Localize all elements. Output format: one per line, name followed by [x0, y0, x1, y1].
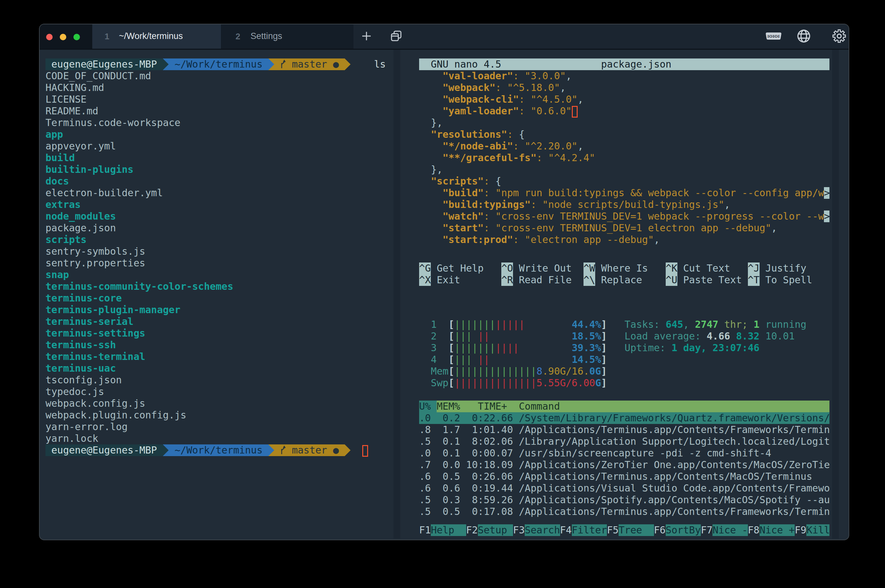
terminal-line: Terminus.code-workspace [45, 117, 180, 129]
terminal-line: electron-builder.yml [45, 187, 163, 199]
terminal-line: GNU nano 4.5 package.json [419, 58, 830, 70]
terminal-line: ^G Get Help ^O Write Out ^W Where Is ^K … [419, 262, 830, 274]
terminal-line: 4 [||| || 14.5%] [419, 354, 607, 366]
terminal-line: terminus-plugin-manager [45, 304, 180, 316]
terminal-line: builtin-plugins [45, 164, 134, 176]
git-branch-icon [280, 58, 286, 70]
right-pane-scrollbar[interactable] [832, 50, 839, 538]
terminal-line: terminus-community-color-schemes [45, 280, 233, 292]
terminal-line: "yaml-loader": "0.6.0" [419, 105, 578, 117]
terminal-line: }, [419, 117, 442, 129]
terminal-line: .5 0.5 0:17.08 /Applications/Terminus.ap… [419, 506, 830, 518]
terminal-line: .8 1.7 1:01.40 /Applications/Terminus.ap… [419, 424, 830, 436]
terminal-line: terminus-settings [45, 327, 145, 339]
terminal-line: eugene@Eugenes-MBP ~/Work/terminus maste… [45, 58, 386, 70]
desktop-background: 1 ~/Work/terminus 2 Settings [0, 0, 885, 588]
terminal-line: terminus-ssh [45, 339, 116, 351]
terminal-line: U% MEM% TIME+ Command [419, 400, 830, 412]
terminal-line: package.json [45, 222, 116, 234]
terminal-line: webpack.plugin.config.js [45, 410, 186, 421]
terminal-line: "scripts": { [419, 176, 501, 187]
terminal-line: README.md [45, 105, 99, 117]
terminal-line: 2 [||| || 18.5%] Load average: 4.66 8.32… [419, 330, 795, 342]
git-branch-icon [280, 444, 286, 456]
terminal-line: .6 0.6 0:19.44 /Applications/Visual Stud… [419, 482, 830, 494]
terminal-line: build [45, 152, 75, 164]
terminal-line: Mem[||||||||||||||8.90G/16.0G] [419, 366, 607, 377]
terminal-line: terminus-core [45, 292, 122, 304]
terminal-line: app [45, 129, 63, 140]
terminal-line: eugene@Eugenes-MBP ~/Work/terminus maste… [45, 444, 368, 456]
terminal-line: "watch": "cross-env TERMINUS_DEV=1 webpa… [419, 210, 830, 222]
terminal-line: "webpack-cli": "^4.5.0", [419, 93, 584, 105]
terminal-line: .0 0.1 0:00.07 /usr/sbin/screencapture -… [419, 447, 771, 459]
terminal-line: sentry-symbols.js [45, 246, 145, 257]
terminal-line: typedoc.js [45, 386, 104, 398]
terminal-line: "resolutions": { [419, 129, 525, 140]
terminal-line: F1Help F2Setup F3SearchF4FilterF5Tree F6… [419, 524, 830, 536]
terminal-line: .5 0.3 8:59.26 /Applications/Spotify.app… [419, 494, 830, 506]
terminal-window: 1 ~/Work/terminus 2 Settings [40, 24, 849, 540]
terminal-line: snap [45, 269, 69, 280]
terminal-line: node_modules [45, 210, 116, 222]
terminal-line: terminus-terminal [45, 351, 145, 363]
terminal-line: "**/graceful-fs": "^4.2.4" [419, 152, 595, 164]
terminal-line: .6 0.5 0:26.06 /Applications/Terminus.ap… [419, 471, 812, 482]
terminal-line: "start": "cross-env TERMINUS_DEV=1 elect… [419, 222, 777, 234]
terminal-line: terminus-serial [45, 316, 134, 327]
terminal-line: Swp[||||||||||||||5.55G/6.00G] [419, 377, 607, 389]
terminal-line: LICENSE [45, 93, 86, 105]
terminal-cursor [572, 106, 578, 118]
terminal-line: yarn.lock [45, 433, 99, 444]
terminal-line: 3 [||||||||||| 39.3%] Uptime: 1 day, 23:… [419, 342, 760, 354]
terminal-line: .7 0.0 10:18.09 /Applications/ZeroTier O… [419, 459, 830, 471]
shell-terminal-pane[interactable]: eugene@Eugenes-MBP ~/Work/terminus maste… [40, 24, 393, 540]
terminal-line: sentry.properties [45, 257, 145, 269]
terminal-line: 1 [|||||||||||| 44.4%] Tasks: 645, 2747 … [419, 319, 806, 330]
terminal-line: "val-loader": "3.0.0", [419, 70, 572, 82]
terminal-line: terminus-uac [45, 363, 116, 374]
terminal-line: extras [45, 199, 81, 210]
terminal-line: }, [419, 164, 442, 176]
nano-htop-terminal-pane[interactable]: GNU nano 4.5 package.json "val-loader": … [413, 24, 830, 540]
terminal-line: appveyor.yml [45, 140, 116, 152]
terminal-cursor [362, 445, 368, 457]
left-pane-scrollbar[interactable] [393, 50, 400, 538]
terminal-line: tsconfig.json [45, 374, 122, 386]
terminal-line: "build:typings": "node scripts/build-typ… [419, 199, 730, 210]
terminal-line: "start:prod": "electron app --debug", [419, 234, 660, 246]
terminal-line: .0 0.2 0:22.66 /System/Library/Framework… [419, 412, 830, 424]
terminal-line: "*/node-abi": "^2.20.0", [419, 140, 584, 152]
terminal-line: yarn-error.log [45, 421, 128, 433]
terminal-line: docs [45, 176, 69, 187]
terminal-line: webpack.config.js [45, 398, 145, 410]
terminal-line: .5 0.1 8:02.06 /Library/Application Supp… [419, 436, 830, 447]
gear-icon [831, 28, 847, 45]
settings-button[interactable] [828, 24, 849, 49]
terminal-line: "webpack": "^5.18.0", [419, 82, 566, 93]
terminal-line: scripts [45, 234, 86, 246]
terminal-line: "build": "npm run build:typings && webpa… [419, 187, 830, 199]
terminal-line: CODE_OF_CONDUCT.md [45, 70, 151, 82]
terminal-line: HACKING.md [45, 82, 104, 93]
terminal-line: ^X Exit ^R Read File ^\ Replace ^U Paste… [419, 274, 830, 286]
